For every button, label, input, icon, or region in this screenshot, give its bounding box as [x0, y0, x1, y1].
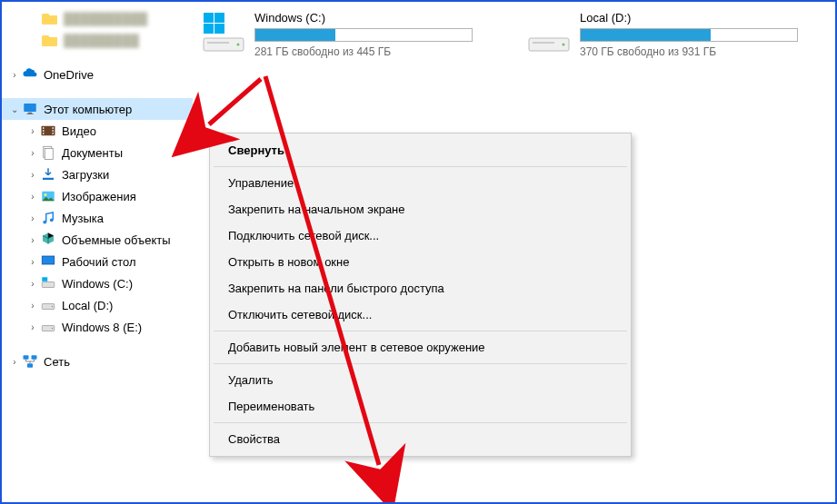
svg-rect-11	[45, 149, 53, 160]
tree-item-label: Документы	[62, 146, 123, 160]
context-menu-separator	[214, 166, 627, 167]
tree-item-video[interactable]: › Видео	[2, 120, 193, 142]
folder-icon	[42, 10, 58, 26]
onedrive-icon	[22, 66, 38, 83]
expander-icon[interactable]: ›	[27, 301, 38, 311]
context-menu-item[interactable]: Закрепить на панели быстрого доступа	[212, 275, 629, 301]
tree-item-music[interactable]: › Музыка	[2, 207, 193, 229]
svg-point-22	[52, 306, 54, 308]
expander-icon[interactable]: ›	[27, 192, 38, 202]
usage-bar	[254, 28, 473, 42]
svg-rect-25	[24, 355, 29, 360]
downloads-icon	[40, 166, 56, 183]
tree-item-documents[interactable]: › Документы	[2, 142, 193, 163]
drive-name: Local (D:)	[580, 11, 807, 25]
context-menu-item[interactable]: Переименовать	[212, 393, 629, 420]
tree-item-label: Объемные объекты	[62, 233, 171, 247]
svg-point-37	[563, 44, 565, 46]
tree-item-desktop[interactable]: › Рабочий стол	[2, 251, 193, 272]
svg-rect-31	[214, 24, 224, 34]
svg-rect-30	[204, 24, 214, 34]
tree-item-label: Рабочий стол	[62, 255, 136, 269]
expander-icon[interactable]: ›	[27, 170, 38, 180]
svg-rect-17	[42, 256, 55, 264]
expander-icon[interactable]: ⌄	[9, 104, 20, 114]
tree-item-label: Музыка	[62, 212, 104, 225]
navigation-tree: ██████████ █████████ › OneDrive⌄ Этот ко…	[2, 2, 193, 502]
expander-icon[interactable]: ›	[9, 70, 20, 80]
tree-item-label: Этот компьютер	[44, 103, 132, 116]
context-menu-item[interactable]: Управление	[212, 170, 629, 196]
3dobjects-icon	[40, 232, 56, 248]
tree-item-drive[interactable]: › Local (D:)	[2, 294, 193, 316]
music-icon	[40, 210, 56, 226]
tree-item-drive-win[interactable]: › Windows (C:)	[2, 272, 193, 294]
tree-item-thispc[interactable]: ⌄ Этот компьютер	[2, 98, 193, 120]
drive-free-text: 370 ГБ свободно из 931 ГБ	[580, 45, 807, 58]
svg-rect-33	[207, 42, 229, 44]
tree-item-label: Изображения	[62, 190, 136, 203]
context-menu-item[interactable]: Удалить	[212, 367, 629, 393]
expander-icon[interactable]: ›	[27, 257, 38, 267]
svg-rect-27	[27, 363, 33, 368]
tree-item-pictures[interactable]: › Изображения	[2, 185, 193, 207]
svg-rect-6	[43, 133, 45, 134]
svg-point-14	[45, 193, 47, 196]
tree-item-onedrive[interactable]: › OneDrive	[2, 64, 193, 85]
pictures-icon	[40, 188, 56, 204]
context-menu-item[interactable]: Добавить новый элемент в сетевое окружен…	[212, 334, 629, 361]
desktop-icon	[40, 253, 56, 270]
expander-icon[interactable]: ›	[9, 357, 20, 367]
context-menu-item[interactable]: Закрепить на начальном экране	[212, 196, 629, 222]
context-menu-item[interactable]: Подключить сетевой диск...	[212, 222, 629, 249]
svg-point-24	[52, 328, 54, 330]
expander-icon[interactable]: ›	[27, 126, 38, 136]
tree-item-blurred[interactable]: █████████	[2, 29, 193, 51]
drive-icon	[40, 319, 56, 335]
drive-free-text: 281 ГБ свободно из 445 ГБ	[254, 45, 482, 58]
expander-icon[interactable]: ›	[27, 213, 38, 223]
expander-icon[interactable]: ›	[27, 235, 38, 245]
drive-item[interactable]: Windows (C:) 281 ГБ свободно из 445 ГБ	[202, 11, 482, 58]
svg-rect-28	[204, 13, 214, 23]
svg-point-16	[50, 218, 54, 222]
context-menu-item[interactable]: Открыть в новом окне	[212, 249, 629, 275]
svg-rect-8	[53, 130, 55, 132]
usage-bar	[580, 28, 798, 42]
folder-icon	[42, 32, 58, 48]
context-menu-item[interactable]: Отключить сетевой диск...	[212, 301, 629, 328]
tree-item-label: Local (D:)	[62, 299, 113, 312]
tree-item-label: Загрузки	[62, 168, 109, 182]
expander-icon[interactable]: ›	[27, 322, 38, 332]
context-menu-separator	[214, 422, 627, 423]
drive-win-icon	[40, 275, 56, 292]
tree-item-network[interactable]: › Сеть	[2, 351, 193, 372]
svg-rect-12	[43, 178, 54, 180]
tree-item-downloads[interactable]: › Загрузки	[2, 163, 193, 185]
context-menu-separator	[214, 331, 627, 331]
network-icon	[22, 353, 38, 370]
expander-icon[interactable]: ›	[27, 279, 38, 289]
drive-name: Windows (C:)	[254, 11, 482, 25]
drive-item[interactable]: Local (D:) 370 ГБ свободно из 931 ГБ	[527, 11, 807, 58]
tree-item-3dobjects[interactable]: › Объемные объекты	[2, 229, 193, 251]
tree-item-blurred[interactable]: ██████████	[2, 7, 193, 29]
expander-icon[interactable]: ›	[27, 148, 38, 158]
tree-item-label: Видео	[62, 124, 96, 138]
context-menu-item[interactable]: Свойства	[212, 426, 629, 452]
context-menu: СвернутьУправлениеЗакрепить на начальном…	[209, 133, 632, 457]
video-icon	[40, 123, 56, 139]
svg-rect-7	[53, 127, 55, 129]
svg-rect-4	[43, 127, 45, 129]
svg-point-34	[237, 44, 240, 46]
svg-point-15	[43, 221, 46, 224]
svg-rect-5	[43, 130, 45, 132]
svg-rect-29	[214, 13, 224, 23]
svg-rect-20	[42, 277, 47, 282]
svg-rect-36	[533, 42, 554, 44]
svg-rect-1	[28, 113, 33, 114]
drive-icon	[202, 11, 245, 54]
context-menu-item[interactable]: Свернуть	[212, 137, 629, 163]
tree-item-label: OneDrive	[44, 68, 94, 82]
tree-item-drive[interactable]: › Windows 8 (E:)	[2, 316, 193, 338]
